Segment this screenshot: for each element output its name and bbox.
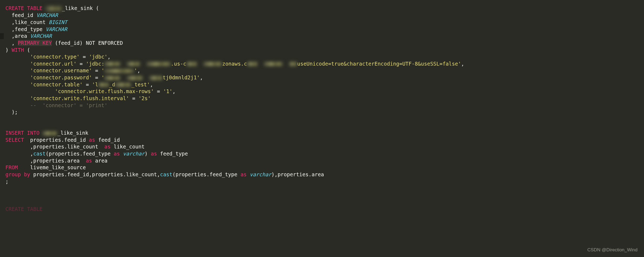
code-block: CREATE TABLE _like_sink ( feed_id VARCHA… <box>0 5 644 213</box>
comment-line: -- 'connector' = 'print' <box>5 102 108 108</box>
kw-from: FROM <box>5 164 18 170</box>
redacted-table-name <box>46 5 62 12</box>
redacted-insert-target: _like_sink <box>39 130 88 136</box>
kw-group-by: group by <box>5 171 30 177</box>
redacted-password: ' tj0dmnld2j1' <box>101 75 200 80</box>
watermark: CSDN @Direction_Wind <box>587 247 638 253</box>
gutter-marker <box>0 33 4 39</box>
kw-create-partial: CREATE TABLE <box>5 206 42 212</box>
kw-insert: INSERT INTO <box>5 130 39 136</box>
redacted-username: '' <box>101 67 137 73</box>
redacted-url: 'jdbc: .us-c zonaws.c <box>86 61 297 67</box>
kw-with: WITH <box>12 47 24 53</box>
redacted-table: 'l_d_test' <box>92 82 150 87</box>
kw-select: SELECT <box>5 137 24 143</box>
kw-primary-key: PRIMARY KEY <box>18 40 52 46</box>
kw-create: CREATE TABLE <box>5 5 42 11</box>
